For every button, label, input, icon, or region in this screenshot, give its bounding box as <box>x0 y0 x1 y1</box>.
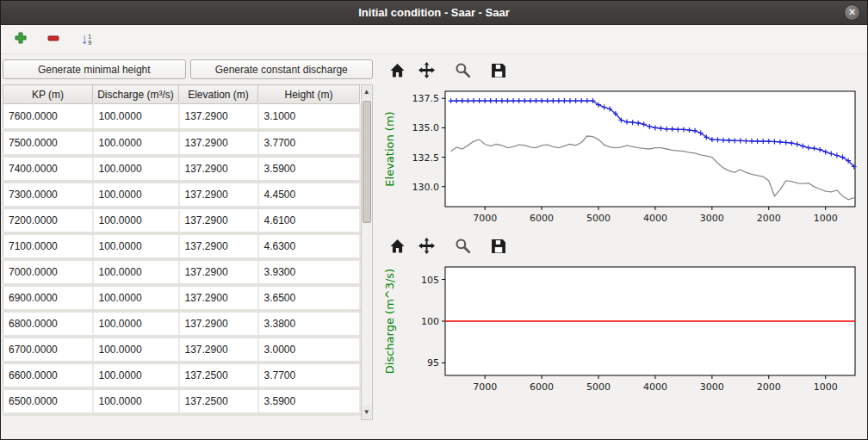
table-cell[interactable]: 7500.0000 <box>3 130 93 156</box>
magnifier-icon <box>455 238 471 257</box>
svg-text:3000: 3000 <box>700 213 724 224</box>
column-header-discharge[interactable]: Discharge (m³/s) <box>93 85 179 104</box>
remove-row-button[interactable] <box>44 30 63 49</box>
table-cell[interactable]: 137.2900 <box>179 233 258 259</box>
table-cell[interactable]: 100.0000 <box>93 182 179 208</box>
table-cell[interactable]: 7300.0000 <box>3 182 93 208</box>
pan-icon <box>418 238 435 257</box>
table-cell[interactable]: 3.5900 <box>258 388 360 414</box>
table-cell[interactable]: 100.0000 <box>93 337 179 363</box>
table-cell[interactable]: 137.2900 <box>179 208 258 233</box>
table-cell[interactable]: 100.0000 <box>93 363 179 388</box>
table-cell[interactable]: 100.0000 <box>93 388 179 414</box>
save-button[interactable] <box>488 61 509 82</box>
plus-icon <box>14 31 28 47</box>
table-cell[interactable]: 6900.0000 <box>3 285 93 311</box>
table-cell[interactable]: 4.4500 <box>258 182 360 208</box>
elevation-plot-toolbar <box>380 58 864 85</box>
table-cell[interactable]: 137.2900 <box>179 285 258 311</box>
table-cell[interactable]: 3.9300 <box>258 259 360 285</box>
table-cell[interactable]: 137.2900 <box>179 156 258 182</box>
table-cell[interactable]: 100.0000 <box>93 208 179 233</box>
table-row: 7100.0000100.0000137.29004.6300 <box>3 233 360 259</box>
table-cell[interactable]: 7100.0000 <box>3 233 93 259</box>
table-row: 7400.0000100.0000137.29003.5900 <box>3 156 360 182</box>
home-icon <box>389 63 406 81</box>
table-cell[interactable]: 3.6500 <box>258 285 360 311</box>
table-cell[interactable]: 3.7700 <box>258 363 360 388</box>
table-cell[interactable]: 6600.0000 <box>3 363 93 388</box>
table-cell[interactable]: 6500.0000 <box>3 388 93 414</box>
table-cell[interactable]: 137.2900 <box>179 259 258 285</box>
table-cell[interactable]: 137.2900 <box>179 182 258 208</box>
table-cell[interactable]: 100.0000 <box>93 285 179 311</box>
table-row: 7000.0000100.0000137.29003.9300 <box>3 259 360 285</box>
table-cell[interactable]: 100.0000 <box>93 311 179 337</box>
initial-condition-table: KP (m) Discharge (m³/s) Elevation (m) He… <box>3 84 361 416</box>
table-cell[interactable]: 3.1000 <box>258 104 360 130</box>
table-cell[interactable]: 100.0000 <box>93 130 179 156</box>
table-cell[interactable]: 137.2900 <box>179 311 258 337</box>
table-cell[interactable]: 4.6300 <box>258 233 360 259</box>
scrollbar-down-button[interactable]: ▼ <box>362 406 373 419</box>
table-cell[interactable]: 3.7700 <box>258 130 360 156</box>
pan-button[interactable] <box>416 237 437 257</box>
table-cell[interactable]: 3.3800 <box>258 311 360 337</box>
save-button[interactable] <box>488 237 509 257</box>
table-container: KP (m) Discharge (m³/s) Elevation (m) He… <box>3 84 373 420</box>
scrollbar-thumb[interactable] <box>363 101 372 223</box>
window-title: Initial condition - Saar - Saar <box>358 6 510 19</box>
vertical-scrollbar[interactable]: ▲ ▼ <box>361 84 374 420</box>
table-cell[interactable]: 6800.0000 <box>3 311 93 337</box>
zoom-button[interactable] <box>452 61 473 82</box>
column-header-kp[interactable]: KP (m) <box>3 85 93 104</box>
svg-text:130.0: 130.0 <box>412 182 440 193</box>
table-cell[interactable]: 7600.0000 <box>3 104 93 130</box>
table-cell[interactable]: 100.0000 <box>93 104 179 130</box>
table-cell[interactable]: 137.2500 <box>179 388 258 414</box>
add-row-button[interactable] <box>11 30 30 49</box>
sort-button[interactable]: ↓ 1 9 <box>77 30 96 49</box>
table-row: 6900.0000100.0000137.29003.6500 <box>3 285 360 311</box>
table-cell[interactable]: 100.0000 <box>93 233 179 259</box>
table-cell[interactable]: 7400.0000 <box>3 156 93 182</box>
close-button[interactable]: ✕ <box>844 4 860 21</box>
home-button[interactable] <box>387 61 407 82</box>
right-panel: 7000600050004000300020001000130.0132.513… <box>375 54 867 440</box>
generate-minimal-height-button[interactable]: Generate minimal height <box>3 59 186 79</box>
column-header-height[interactable]: Height (m) <box>258 85 360 104</box>
generate-constant-discharge-button[interactable]: Generate constant discharge <box>190 59 374 79</box>
table-cell[interactable]: 3.5900 <box>258 156 360 182</box>
table-cell[interactable]: 3.0000 <box>258 337 360 363</box>
zoom-button[interactable] <box>452 237 473 257</box>
table-row: 6700.0000100.0000137.29003.0000 <box>3 337 360 363</box>
table-cell[interactable]: 7200.0000 <box>3 208 93 233</box>
table-cell[interactable]: 137.2900 <box>179 337 258 363</box>
svg-text:7000: 7000 <box>473 213 497 224</box>
table-cell[interactable]: 7000.0000 <box>3 259 93 285</box>
table-cell[interactable]: 4.6100 <box>258 208 360 233</box>
svg-text:6000: 6000 <box>530 381 554 393</box>
scrollbar-track[interactable] <box>362 225 373 406</box>
scrollbar-up-button[interactable]: ▲ <box>362 85 373 99</box>
svg-text:7000: 7000 <box>473 381 497 393</box>
table-cell[interactable]: 137.2900 <box>179 104 258 130</box>
pan-button[interactable] <box>416 61 437 82</box>
home-button[interactable] <box>387 237 407 257</box>
svg-text:4000: 4000 <box>643 381 667 393</box>
table-body: 7600.0000100.0000137.29003.10007500.0000… <box>3 104 360 414</box>
svg-text:100: 100 <box>421 316 439 327</box>
titlebar: Initial condition - Saar - Saar ✕ <box>1 1 867 25</box>
app-window: Initial condition - Saar - Saar ✕ ↓ <box>0 0 868 440</box>
column-header-elevation[interactable]: Elevation (m) <box>179 85 258 104</box>
discharge-chart[interactable]: 700060005000400030002000100095100105Disc… <box>380 261 864 402</box>
table-cell[interactable]: 137.2900 <box>179 130 258 156</box>
table-cell[interactable]: 137.2500 <box>179 363 258 388</box>
table-cell[interactable]: 6700.0000 <box>3 337 93 363</box>
svg-text:132.5: 132.5 <box>412 152 440 164</box>
table-cell[interactable]: 100.0000 <box>93 156 179 182</box>
elevation-chart[interactable]: 7000600050004000300020001000130.0132.513… <box>380 85 864 233</box>
table-row: 6800.0000100.0000137.29003.3800 <box>3 311 360 337</box>
svg-text:2000: 2000 <box>757 381 781 393</box>
table-cell[interactable]: 100.0000 <box>93 259 179 285</box>
